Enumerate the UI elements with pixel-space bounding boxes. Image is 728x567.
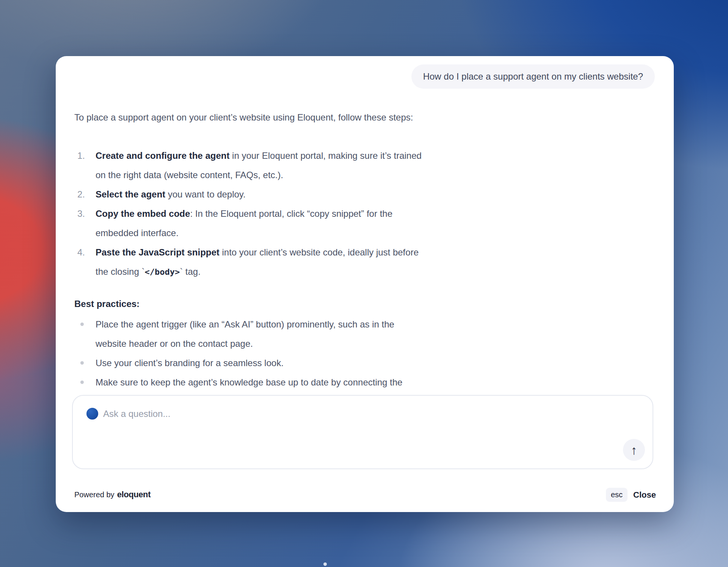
step-bold-text: Paste the JavaScript snippet [96,247,220,257]
powered-by-label: Powered by [74,490,115,499]
bullet-dot-icon [80,323,84,326]
step-bold-text: Copy the embed code [96,208,190,219]
question-input[interactable] [103,405,607,423]
step-number: 4. [77,243,85,262]
chat-widget-modal: How do I place a support agent on my cli… [56,56,674,512]
step-bold-text: Create and configure the agent [96,150,229,161]
list-item: 4.Paste the JavaScript snippet into your… [74,243,423,282]
step-bold-text: Select the agent [96,189,165,199]
background-artifact-dot [323,562,327,566]
close-button[interactable]: Close [633,490,656,500]
step-text: you want to deploy. [165,189,246,199]
list-item: 2.Select the agent you want to deploy. [74,185,423,204]
close-controls: esc Close [606,488,656,502]
list-item: 3.Copy the embed code: In the Eloquent p… [74,204,423,243]
powered-by: Powered by eloquent [74,490,151,500]
list-item: 1.Create and configure the agent in your… [74,146,423,185]
step-text: ` tag. [180,266,201,277]
question-input-area[interactable]: ↑ [72,395,653,469]
step-number: 1. [77,146,85,165]
list-item: Use your client’s branding for a seamles… [74,353,423,373]
up-arrow-icon: ↑ [631,444,637,456]
best-practices-list: Place the agent trigger (like an “Ask AI… [74,315,560,392]
bullet-text: Use your client’s branding for a seamles… [96,358,284,368]
bullet-text: Make sure to keep the agent’s knowledge … [96,377,402,387]
best-practices-heading: Best practices: [74,294,560,313]
steps-list: 1.Create and configure the agent in your… [74,146,560,282]
step-number: 2. [77,185,85,204]
bullet-text: Place the agent trigger (like an “Ask AI… [96,319,394,349]
send-button[interactable]: ↑ [623,439,645,461]
brand-logo[interactable]: eloquent [117,490,151,500]
bullet-dot-icon [80,381,84,384]
bullet-dot-icon [80,361,84,365]
assistant-answer: To place a support agent on your client’… [74,56,560,392]
list-item: Make sure to keep the agent’s knowledge … [74,373,423,392]
inline-code: </body> [144,267,180,277]
answer-intro: To place a support agent on your client’… [74,108,560,127]
esc-keycap: esc [606,488,628,502]
step-number: 3. [77,204,85,223]
list-item: Place the agent trigger (like an “Ask AI… [74,315,423,353]
brand-dot-icon [86,408,98,420]
